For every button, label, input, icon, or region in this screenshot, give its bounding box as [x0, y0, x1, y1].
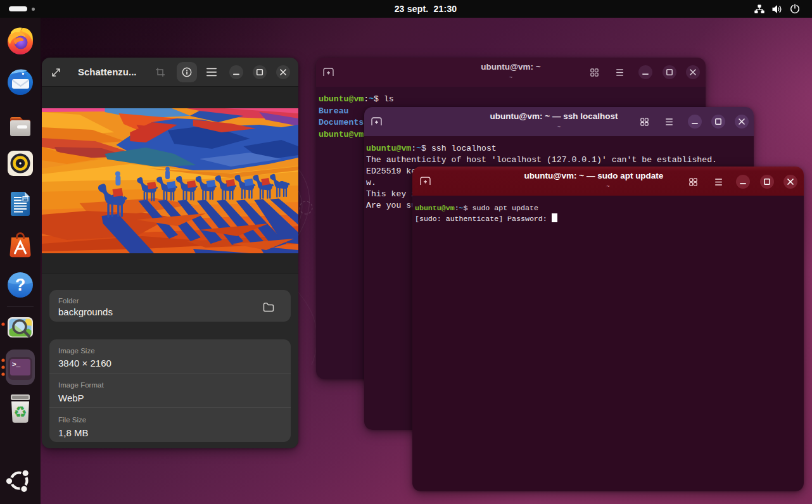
svg-text:>_: >_	[12, 361, 21, 369]
svg-text:♻: ♻	[13, 403, 27, 420]
svg-text:?: ?	[15, 275, 26, 294]
